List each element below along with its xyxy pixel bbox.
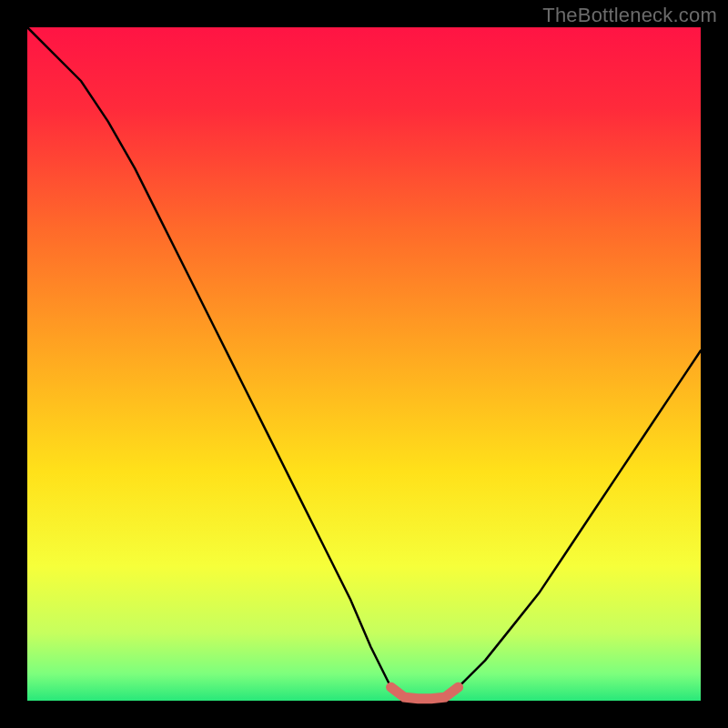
curve-right-branch — [459, 350, 701, 687]
watermark-label: TheBottleneck.com — [542, 4, 717, 27]
plot-area — [27, 27, 701, 701]
chart-svg — [27, 27, 701, 701]
curve-left-branch — [27, 27, 391, 687]
valley-marker — [391, 687, 459, 699]
chart-frame: TheBottleneck.com — [0, 0, 728, 728]
